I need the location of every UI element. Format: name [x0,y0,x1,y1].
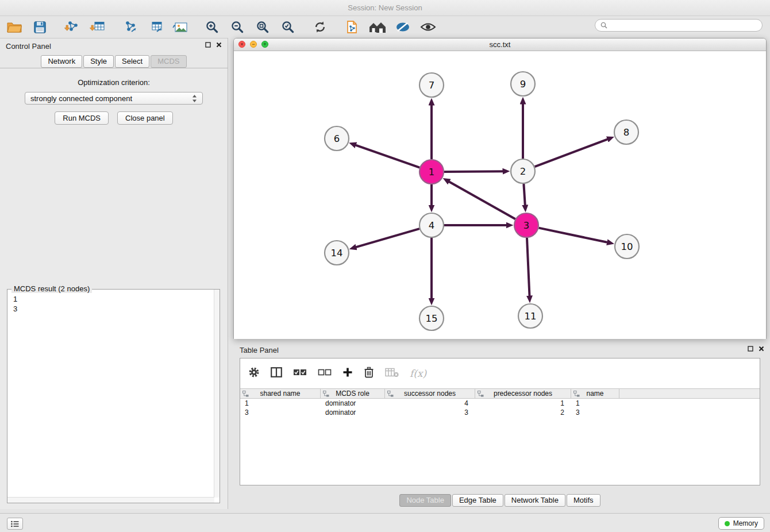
status-bar: Memory [0,513,770,532]
ndex-homes-icon [369,21,386,33]
deselect-all-rows-button[interactable] [318,368,332,379]
table-cell[interactable]: dominator [321,408,385,417]
tab-network-table[interactable]: Network Table [505,494,565,507]
import-network-button[interactable] [63,18,80,36]
apply-layout-button[interactable] [311,18,329,36]
search-icon [600,22,607,29]
tab-mcds[interactable]: MCDS [151,55,186,68]
tab-select[interactable]: Select [115,55,149,68]
search-field[interactable] [595,19,763,32]
export-image-button[interactable] [171,18,188,36]
table-header-row: shared nameMCDS rolesuccessor nodesprede… [240,388,760,399]
table-row[interactable]: 1dominator411 [240,399,760,408]
table-toolbar: f(x) [240,358,760,388]
zoom-in-icon [205,20,219,34]
export-table-button[interactable] [146,18,163,36]
table-cell[interactable]: 3 [240,408,321,417]
export-network-icon [122,20,137,34]
import-table-button[interactable] [88,18,106,36]
graph-edge-2-8[interactable] [535,139,608,167]
import-table-icon [90,20,105,34]
column-type-icon [573,391,580,397]
column-header-predecessor-nodes[interactable]: predecessor nodes [475,389,571,398]
column-header-shared-name[interactable]: shared name [240,389,321,398]
zoom-selected-button[interactable] [279,18,297,36]
zoom-fit-button[interactable] [254,18,271,36]
table-cell[interactable]: 2 [475,408,571,417]
save-session-button[interactable] [31,18,48,36]
graph-edge-3-10[interactable] [539,228,607,242]
result-horizontal-scrollbar[interactable] [7,497,214,503]
float-table-panel-icon[interactable] [748,346,753,352]
graph-edge-2-3[interactable] [523,184,525,205]
function-builder-icon: f(x) [410,368,426,379]
search-input[interactable] [611,21,757,30]
zoom-out-icon [230,20,244,34]
memory-button[interactable]: Memory [718,517,764,530]
run-mcds-button[interactable]: Run MCDS [55,111,109,125]
network-canvas[interactable]: 7968124314101511 [234,51,766,339]
tab-node-table[interactable]: Node Table [399,494,451,507]
ndex-homes-button[interactable] [369,18,386,36]
toggle-columns-button[interactable] [271,367,282,380]
criterion-select[interactable]: strongly connected component [25,92,203,105]
close-panel-icon[interactable] [216,42,222,48]
export-table-icon [147,20,162,34]
column-settings-button[interactable] [248,367,260,380]
graph-node-label-6: 6 [334,133,340,144]
clone-network-button[interactable] [344,18,361,36]
tab-edge-table[interactable]: Edge Table [452,494,503,507]
graph-edge-4-14[interactable] [356,229,419,247]
close-window-button[interactable]: × [238,41,245,48]
delete-table-button[interactable] [385,368,399,380]
zoom-window-button[interactable]: + [261,41,268,48]
export-image-icon [172,21,187,33]
table-cell[interactable]: 1 [475,399,571,408]
function-builder-button[interactable]: f(x) [410,368,426,379]
delete-columns-button[interactable] [364,367,374,380]
annotations-button[interactable] [394,18,411,36]
task-history-button[interactable] [7,518,23,530]
network-window-titlebar[interactable]: × − + scc.txt [234,38,766,51]
memory-status-icon [725,521,730,526]
close-panel-button[interactable]: Close panel [117,111,173,125]
table-panel-title: Table Panel [240,346,279,354]
export-network-button[interactable] [121,18,138,36]
zoom-in-button[interactable] [203,18,221,36]
minimize-window-button[interactable]: − [250,41,257,48]
table-cell[interactable]: 4 [385,399,475,408]
show-hide-button[interactable] [419,18,437,36]
table-cell[interactable]: 1 [571,399,619,408]
control-panel-tabs: NetworkStyleSelectMCDS [0,55,228,68]
select-all-rows-button[interactable] [293,368,307,379]
tab-network[interactable]: Network [41,55,82,68]
network-graph[interactable]: 7968124314101511 [234,51,766,339]
column-header-label: successor nodes [404,390,456,398]
table-row[interactable]: 3dominator323 [240,408,760,417]
column-header-name[interactable]: name [571,389,619,398]
close-table-panel-icon[interactable] [759,346,764,352]
column-header-successor-nodes[interactable]: successor nodes [385,389,475,398]
zoom-out-button[interactable] [229,18,246,36]
column-type-icon [323,391,329,397]
titlebar[interactable]: Session: New Session [0,0,770,16]
result-vertical-scrollbar[interactable] [214,290,220,498]
float-panel-icon[interactable] [205,42,211,48]
table-cell[interactable]: 3 [385,408,475,417]
table-cell[interactable]: dominator [321,399,385,408]
tab-motifs[interactable]: Motifs [567,494,600,507]
graph-edge-1-6[interactable] [356,145,419,168]
create-column-button[interactable] [342,367,353,380]
zoom-selected-icon [281,20,295,34]
table-cell[interactable]: 1 [240,399,321,408]
open-file-button[interactable] [6,18,23,36]
graph-edge-1-2[interactable] [444,171,503,172]
table-cell[interactable]: 3 [571,408,619,417]
mcds-result-line: 1 [13,294,214,304]
graph-edge-3-11[interactable] [527,238,530,296]
tab-style[interactable]: Style [83,55,114,68]
graph-node-label-3: 3 [523,220,530,231]
network-view-window: × − + scc.txt 7968124314101511 [233,38,767,339]
column-header-mcds-role[interactable]: MCDS role [321,389,385,398]
graph-edge-3-1[interactable] [449,182,515,219]
